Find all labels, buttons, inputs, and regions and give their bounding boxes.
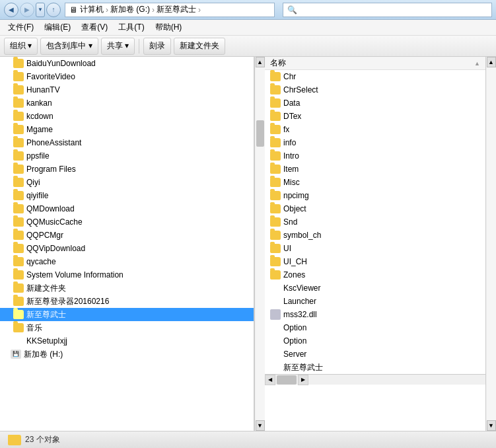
forward-button[interactable]: ▶ — [20, 3, 34, 17]
right-item-kscviewer[interactable]: KscViewer — [265, 281, 485, 295]
left-item-2[interactable]: HunanTV — [0, 83, 254, 96]
left-item-1[interactable]: FavoriteVideo — [0, 70, 254, 83]
up-button[interactable]: ↑ — [46, 3, 61, 17]
back-button[interactable]: ◀ — [4, 3, 18, 17]
left-item-3[interactable]: kankan — [0, 96, 254, 110]
file-label: fx — [283, 125, 289, 134]
right-item-10[interactable]: Object — [265, 202, 485, 215]
address-part-2[interactable]: 新加卷 (G:) — [110, 4, 150, 15]
address-icon: 🖥 — [69, 5, 77, 15]
scroll-right-button[interactable]: ▶ — [298, 375, 308, 385]
left-item-15[interactable]: qycache — [0, 255, 254, 268]
toolbar-separator — [139, 39, 139, 54]
file-label: Misc — [283, 178, 300, 187]
right-item-1[interactable]: ChrSelect — [265, 83, 485, 96]
right-item-xinzhi[interactable]: 新至尊武士 — [265, 361, 485, 374]
left-item-kksetup[interactable]: KKSetupIxjj — [0, 334, 254, 348]
right-item-11[interactable]: Snd — [265, 215, 485, 229]
scroll-up-button[interactable]: ▲ — [256, 57, 265, 67]
left-item-6[interactable]: PhoneAssistant — [0, 136, 254, 149]
folder-label: QQPCMgr — [26, 231, 63, 240]
folder-icon — [270, 151, 281, 161]
menu-file[interactable]: 文件(F) — [3, 20, 39, 34]
right-item-4[interactable]: fx — [265, 123, 485, 136]
right-item-14[interactable]: UI_CH — [265, 255, 485, 268]
right-item-13[interactable]: UI — [265, 242, 485, 255]
right-item-option2[interactable]: Option — [265, 334, 485, 348]
left-item-selected[interactable]: 新至尊武士 — [0, 308, 254, 321]
right-item-5[interactable]: info — [265, 136, 485, 149]
menu-edit[interactable]: 编辑(E) — [39, 20, 76, 34]
menu-view[interactable]: 查看(V) — [76, 20, 113, 34]
new-folder-button[interactable]: 新建文件夹 — [174, 38, 225, 55]
folder-label: 新至尊登录器20160216 — [26, 296, 109, 307]
folder-icon — [270, 204, 281, 213]
left-scrollbar[interactable]: ▲ ▼ — [254, 57, 265, 431]
left-item-16[interactable]: System Volume Information — [0, 268, 254, 281]
left-item-11[interactable]: QMDownload — [0, 202, 254, 215]
folder-icon — [270, 244, 281, 253]
folder-label: qiyifile — [26, 191, 48, 200]
menu-bar: 文件(F) 编辑(E) 查看(V) 工具(T) 帮助(H) — [0, 20, 496, 36]
right-item-12[interactable]: symbol_ch — [265, 229, 485, 242]
right-item-6[interactable]: Intro — [265, 149, 485, 163]
share-button[interactable]: 共享 ▾ — [101, 38, 135, 55]
file-label: 新至尊武士 — [283, 362, 323, 373]
folder-icon — [270, 85, 281, 94]
left-item-13[interactable]: QQPCMgr — [0, 229, 254, 242]
drive-item[interactable]: 💾 新加卷 (H:) — [0, 348, 254, 361]
left-item-5[interactable]: Mgame — [0, 123, 254, 136]
menu-help[interactable]: 帮助(H) — [150, 20, 188, 34]
name-column-header[interactable]: 名称 — [270, 57, 286, 69]
dropdown-button[interactable]: ▼ — [36, 3, 45, 17]
address-part-3[interactable]: 新至尊武士 — [157, 4, 196, 15]
left-item-18[interactable]: 新至尊登录器20160216 — [0, 295, 254, 308]
address-part-1[interactable]: 计算机 — [80, 4, 104, 15]
left-item-17[interactable]: 新建文件夹 — [0, 281, 254, 295]
include-library-button[interactable]: 包含到库中 ▾ — [40, 38, 98, 55]
scroll-thumb[interactable] — [277, 375, 297, 385]
folder-icon — [13, 204, 24, 213]
folder-label: 音乐 — [26, 322, 42, 334]
folder-icon — [13, 59, 24, 68]
left-item-4[interactable]: kcdown — [0, 110, 254, 123]
folder-icon — [13, 297, 24, 306]
burn-button[interactable]: 刻录 — [143, 38, 171, 55]
right-item-15[interactable]: Zones — [265, 268, 485, 281]
left-item-10[interactable]: qiyifile — [0, 189, 254, 202]
left-item-20[interactable]: 音乐 — [0, 321, 254, 334]
organize-button[interactable]: 组织 ▾ — [4, 38, 38, 55]
right-item-option1[interactable]: Option — [265, 321, 485, 334]
right-item-launcher[interactable]: Launcher — [265, 295, 485, 308]
right-item-3[interactable]: DTex — [265, 110, 485, 123]
address-bar[interactable]: 🖥 计算机 › 新加卷 (G:) › 新至尊武士 › — [65, 3, 275, 17]
left-item-7[interactable]: ppsfile — [0, 149, 254, 163]
right-scrollbar[interactable]: ▲ ▼ — [485, 57, 496, 431]
right-item-8[interactable]: Misc — [265, 176, 485, 189]
right-item-0[interactable]: Chr — [265, 70, 485, 83]
left-item-9[interactable]: Qiyi — [0, 176, 254, 189]
folder-icon — [270, 72, 281, 81]
left-item-12[interactable]: QQMusicCache — [0, 215, 254, 229]
left-item-14[interactable]: QQVipDownload — [0, 242, 254, 255]
right-item-7[interactable]: Item — [265, 163, 485, 176]
right-item-9[interactable]: npcimg — [265, 189, 485, 202]
right-item-dll[interactable]: mss32.dll — [265, 308, 485, 321]
right-scroll-down[interactable]: ▼ — [487, 420, 496, 431]
scroll-down-button[interactable]: ▼ — [256, 420, 265, 431]
search-bar[interactable]: 🔍 — [283, 3, 493, 17]
left-item-0[interactable]: BaiduYunDownload — [0, 57, 254, 70]
left-item-8[interactable]: Program Files — [0, 163, 254, 176]
scroll-track — [256, 67, 265, 420]
scroll-thumb[interactable] — [256, 120, 264, 147]
folder-icon — [13, 323, 24, 332]
right-item-2[interactable]: Data — [265, 96, 485, 110]
file-label: UI_CH — [283, 257, 307, 266]
right-item-server[interactable]: Server — [265, 348, 485, 361]
right-scroll-up[interactable]: ▲ — [487, 57, 496, 67]
right-bottom-scrollbar[interactable]: ◀ ▶ — [265, 374, 485, 385]
folder-icon — [13, 244, 24, 253]
menu-tools[interactable]: 工具(T) — [113, 20, 149, 34]
file-label: info — [283, 138, 296, 147]
scroll-left-button[interactable]: ◀ — [265, 375, 275, 385]
